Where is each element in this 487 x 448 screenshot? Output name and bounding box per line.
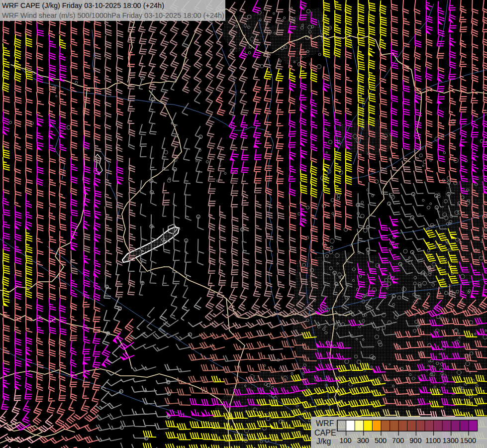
svg-text:WRF Wind shear (m/s) 500/1000h: WRF Wind shear (m/s) 500/1000hPa Friday … [2,11,224,19]
svg-text:J/kg: J/kg [316,437,331,446]
svg-text:300: 300 [357,437,369,445]
svg-text:500: 500 [375,437,387,445]
svg-text:WRF: WRF [316,419,334,428]
svg-text:100: 100 [339,437,351,445]
svg-text:1500: 1500 [460,437,476,445]
svg-text:1100: 1100 [425,437,441,445]
svg-text:700: 700 [392,437,404,445]
svg-text:CAPE: CAPE [314,429,336,437]
svg-text:900: 900 [409,437,421,445]
svg-text:1300: 1300 [443,437,459,445]
svg-text:WRF CAPE (J/kg) Friday 03-10-2: WRF CAPE (J/kg) Friday 03-10-2025 18:00 … [2,1,164,9]
